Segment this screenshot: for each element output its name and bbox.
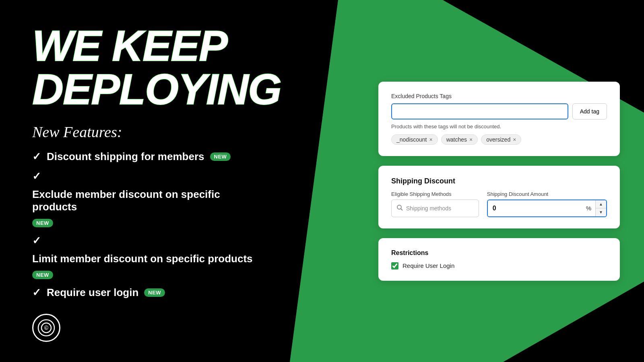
feature-text: Require user login [47, 286, 138, 299]
discount-amount-group: Shipping Discount Amount % ▲ ▼ [487, 191, 607, 217]
excluded-tags-card: Excluded Products Tags Add tag Products … [378, 82, 620, 156]
checkmark-icon: ✓ [32, 150, 41, 163]
shipping-discount-title: Shipping Discount [391, 177, 607, 185]
svg-line-4 [401, 209, 402, 210]
tag-text: watches [446, 136, 467, 143]
new-badge: NEW [144, 288, 165, 297]
right-panel: Excluded Products Tags Add tag Products … [354, 0, 644, 362]
stepper-up-button[interactable]: ▲ [596, 200, 606, 209]
shipping-discount-card: Shipping Discount Eligible Shipping Meth… [378, 166, 620, 228]
tags-row: _nodiscount × watches × oversized × [391, 134, 607, 145]
excluded-tags-label: Excluded Products Tags [391, 93, 607, 99]
tag-input-row: Add tag [391, 103, 607, 119]
discount-amount-input[interactable] [488, 200, 582, 216]
shipping-search-wrap[interactable]: Shipping methods [391, 200, 479, 217]
feature-item: ✓ Discount shipping for members NEW [32, 150, 266, 163]
tag-remove-button[interactable]: × [469, 137, 473, 142]
discount-amount-label: Shipping Discount Amount [487, 191, 607, 197]
search-icon [396, 204, 403, 212]
checkmark-icon: ✓ [32, 286, 41, 299]
stepper-down-button[interactable]: ▼ [596, 208, 606, 216]
feature-item: ✓ Require user login NEW [32, 286, 266, 299]
svg-text:©: © [44, 325, 49, 331]
tag-pill: watches × [441, 134, 478, 145]
checkmark-icon: ✓ [32, 234, 41, 247]
tag-remove-button[interactable]: × [429, 137, 433, 142]
feature-text: Exclude member discount on specific prod… [32, 188, 266, 213]
discount-stepper: ▲ ▼ [595, 200, 606, 216]
shipping-search-placeholder: Shipping methods [406, 205, 451, 212]
feature-list: ✓ Discount shipping for members NEW ✓ Ex… [32, 150, 266, 299]
tag-pill: _nodiscount × [391, 134, 438, 145]
shipping-fields: Eligible Shipping Methods Shipping metho… [391, 191, 607, 217]
feature-text: Limit member discount on specific produc… [32, 253, 253, 265]
require-login-row: Require User Login [391, 262, 607, 269]
tag-pill: oversized × [481, 134, 521, 145]
main-title: WE KEEP DEPLOYING [32, 24, 266, 111]
title-line1: WE KEEP [32, 24, 266, 68]
feature-item: ✓ Limit member discount on specific prod… [32, 234, 266, 279]
title-line2: DEPLOYING [32, 68, 266, 111]
features-section: New Features: ✓ Discount shipping for me… [32, 123, 266, 314]
require-login-checkbox[interactable] [391, 262, 398, 269]
new-badge: NEW [32, 219, 53, 227]
feature-text: Discount shipping for members [47, 150, 204, 163]
left-panel: WE KEEP DEPLOYING New Features: ✓ Discou… [0, 0, 290, 362]
title-area: WE KEEP DEPLOYING [32, 24, 266, 111]
tag-input-field[interactable] [391, 103, 568, 119]
eligible-methods-group: Eligible Shipping Methods Shipping metho… [391, 191, 479, 217]
feature-item: ✓ Exclude member discount on specific pr… [32, 170, 266, 227]
tag-text: _nodiscount [396, 136, 427, 143]
checkmark-icon: ✓ [32, 170, 41, 183]
logo-icon: © [32, 314, 60, 342]
discount-unit: % [582, 205, 595, 212]
amount-input-wrap: % ▲ ▼ [487, 200, 607, 217]
restrictions-title: Restrictions [391, 249, 607, 257]
eligible-label: Eligible Shipping Methods [391, 191, 479, 197]
restrictions-card: Restrictions Require User Login [378, 238, 620, 281]
add-tag-button[interactable]: Add tag [572, 103, 607, 119]
new-badge: NEW [32, 271, 53, 279]
require-login-label[interactable]: Require User Login [402, 262, 454, 269]
tag-hint: Products with these tags will not be dis… [391, 123, 607, 130]
tag-remove-button[interactable]: × [513, 137, 516, 142]
tag-text: oversized [486, 136, 510, 143]
new-features-heading: New Features: [32, 123, 266, 141]
new-badge: NEW [210, 152, 231, 161]
logo-area: © [32, 314, 266, 342]
